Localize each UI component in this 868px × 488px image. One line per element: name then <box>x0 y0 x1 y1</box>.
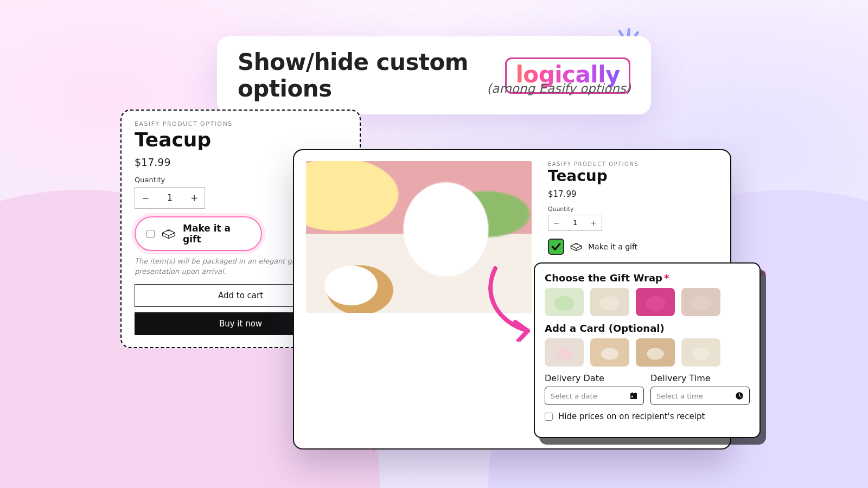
gift-wrap-heading: Choose the Gift Wrap* <box>545 272 750 284</box>
product-title: Teacup <box>135 129 347 151</box>
checkbox-unchecked[interactable] <box>146 230 155 238</box>
make-gift-toggle[interactable]: Make it a gift <box>548 239 718 255</box>
qty-plus-button[interactable]: + <box>184 192 205 203</box>
clock-icon <box>735 391 744 400</box>
product-price: $17.99 <box>548 189 718 199</box>
required-asterisk: * <box>664 272 669 284</box>
product-title: Teacup <box>548 167 718 185</box>
wrap-swatch[interactable] <box>636 288 675 316</box>
make-gift-label: Make it a gift <box>588 242 637 251</box>
delivery-time-label: Delivery Time <box>650 373 750 383</box>
make-gift-label: Make it a gift <box>183 223 250 245</box>
svg-rect-2 <box>632 392 633 394</box>
qty-plus-button[interactable]: + <box>585 219 602 227</box>
time-placeholder: Select a time <box>656 392 703 400</box>
wrap-swatch[interactable] <box>590 288 629 316</box>
qty-stepper[interactable]: − 1 + <box>548 215 602 231</box>
qty-minus-button[interactable]: − <box>135 192 156 203</box>
svg-rect-4 <box>631 396 633 397</box>
qty-value: 1 <box>565 219 585 227</box>
qty-value: 1 <box>156 193 184 203</box>
check-icon <box>551 241 561 252</box>
delivery-date-input[interactable]: Select a date <box>545 387 644 405</box>
headline-plain: Show/hide custom options <box>238 49 495 102</box>
wrap-swatch[interactable] <box>681 288 720 316</box>
card-swatches <box>545 338 750 367</box>
gift-wrap-label: Choose the Gift Wrap <box>545 272 662 284</box>
hide-prices-label: Hide prices on on recipient's receipt <box>558 412 705 421</box>
card-heading: Add a Card (Optional) <box>545 323 750 334</box>
date-placeholder: Select a date <box>551 392 597 400</box>
gift-wrap-swatches <box>545 288 750 316</box>
card-swatch[interactable] <box>545 338 584 367</box>
gift-box-icon <box>570 242 583 252</box>
gift-box-icon <box>161 228 176 240</box>
svg-rect-3 <box>635 392 635 394</box>
checkbox-checked[interactable] <box>548 239 564 255</box>
delivery-time-input[interactable]: Select a time <box>650 387 750 405</box>
product-photo <box>306 161 532 313</box>
headline-sub: (among Easify options) <box>487 81 630 95</box>
qty-label: Quantity <box>548 206 718 213</box>
delivery-date-label: Delivery Date <box>545 373 644 383</box>
card-swatch[interactable] <box>590 338 629 367</box>
qty-stepper[interactable]: − 1 + <box>135 187 205 209</box>
svg-rect-1 <box>630 393 637 395</box>
brand-label: EASIFY PRODUCT OPTIONS <box>135 120 347 127</box>
card-swatch[interactable] <box>681 338 720 367</box>
calendar-icon <box>629 391 638 400</box>
qty-minus-button[interactable]: − <box>548 219 565 227</box>
headline-banner: Show/hide custom options logically <box>217 36 651 114</box>
checkbox-unchecked[interactable] <box>545 413 553 421</box>
gift-options-popover: Choose the Gift Wrap* Add a Card (Option… <box>534 262 761 438</box>
hide-prices-row[interactable]: Hide prices on on recipient's receipt <box>545 412 750 421</box>
brand-label: EASIFY PRODUCT OPTIONS <box>548 161 718 167</box>
make-gift-toggle[interactable]: Make it a gift <box>135 216 262 251</box>
wrap-swatch[interactable] <box>545 288 584 316</box>
card-swatch[interactable] <box>636 338 675 367</box>
